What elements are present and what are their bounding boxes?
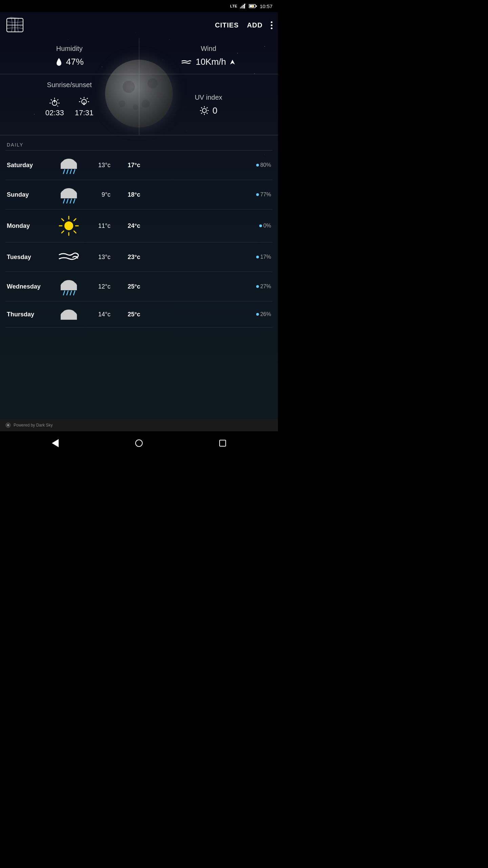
svg-line-73 <box>70 291 72 295</box>
temp-low: 11°c <box>83 222 110 230</box>
svg-line-30 <box>80 98 81 99</box>
svg-line-57 <box>74 199 75 203</box>
wind-col: Wind 10Km/h <box>139 38 278 74</box>
temp-high: 25°c <box>113 283 140 290</box>
daily-section: DAILY Saturday 13°c 17°c 80% Sunday <box>0 135 278 328</box>
temp-low: 13°c <box>83 254 110 261</box>
day-name: Monday <box>7 222 54 230</box>
svg-line-63 <box>62 219 64 221</box>
humidity-drop-icon <box>55 57 63 67</box>
powered-by-text: Powered by Dark Sky <box>14 423 53 428</box>
sunrise-icon <box>49 97 60 106</box>
precip-dot <box>256 256 259 258</box>
day-weather-icon <box>57 185 81 204</box>
temp-low: 12°c <box>83 283 110 290</box>
sunrise-time: 02:33 <box>45 108 64 117</box>
humidity-col: Humidity 47% <box>0 38 139 74</box>
precip: 0% <box>259 223 271 229</box>
dot2 <box>271 24 272 26</box>
uv-value-row: 0 <box>200 105 217 116</box>
sunrise-col: Sunrise/sunset <box>0 74 139 135</box>
svg-line-20 <box>57 99 58 100</box>
weather-background: CITIES ADD Humidity 47% Wind <box>0 12 278 419</box>
sunset-time: 17:31 <box>75 108 94 117</box>
wind-direction-icon <box>229 59 236 65</box>
status-bar: LTE ⚡ 10:57 <box>0 0 278 12</box>
wind-value: 10Km/h <box>196 57 226 67</box>
battery-icon: ⚡ <box>249 4 257 8</box>
darksky-icon <box>5 422 11 428</box>
day-row: Tuesday 13°c 23°c 17% <box>5 242 272 272</box>
precip: 26% <box>256 311 271 317</box>
temp-low: 13°c <box>83 162 110 169</box>
dot1 <box>271 21 272 23</box>
svg-line-49 <box>74 170 75 174</box>
sunrise-item: 02:33 <box>45 97 64 117</box>
humidity-wind-section: Humidity 47% Wind 10Km/h <box>0 38 278 74</box>
svg-line-39 <box>207 113 208 114</box>
svg-line-22 <box>57 106 58 106</box>
temp-high: 23°c <box>113 254 140 261</box>
wind-value-row: 10Km/h <box>181 57 236 67</box>
temp-high: 17°c <box>113 162 140 169</box>
svg-line-71 <box>63 291 65 295</box>
day-row: Sunday 9°c 18°c 77% <box>5 180 272 210</box>
day-name: Sunday <box>7 191 54 198</box>
svg-line-56 <box>70 199 72 203</box>
svg-line-40 <box>207 107 208 108</box>
svg-line-72 <box>67 291 68 295</box>
precip-dot <box>256 313 259 316</box>
add-button[interactable]: ADD <box>247 21 263 29</box>
app-header: CITIES ADD <box>0 12 278 38</box>
humidity-value: 47% <box>66 57 84 67</box>
svg-text:⚡: ⚡ <box>251 5 255 8</box>
svg-line-55 <box>67 199 68 203</box>
svg-line-38 <box>201 107 202 108</box>
svg-rect-78 <box>61 314 77 320</box>
temp-high: 18°c <box>113 191 140 198</box>
home-button[interactable] <box>135 439 143 447</box>
day-weather-icon <box>57 156 81 174</box>
sunrise-uv-section: Sunrise/sunset <box>0 74 278 135</box>
day-rows-container: Saturday 13°c 17°c 80% Sunday <box>5 151 272 328</box>
wind-label: Wind <box>201 45 216 53</box>
sunset-icon <box>78 97 90 106</box>
svg-rect-70 <box>61 285 77 290</box>
uv-sun-icon <box>200 106 209 115</box>
humidity-label: Humidity <box>56 45 83 53</box>
day-name: Tuesday <box>7 254 54 261</box>
lte-indicator: LTE <box>230 4 237 8</box>
cities-button[interactable]: CITIES <box>215 21 239 29</box>
day-name: Thursday <box>7 311 54 318</box>
time-display: 10:57 <box>260 3 272 9</box>
svg-line-64 <box>74 231 76 233</box>
precip: 80% <box>256 162 271 168</box>
more-menu-button[interactable] <box>271 21 272 29</box>
precip-dot <box>256 193 259 196</box>
day-weather-icon <box>57 277 81 296</box>
day-row: Saturday 13°c 17°c 80% <box>5 151 272 180</box>
uv-col: UV index 0 <box>139 74 278 135</box>
powered-by-footer: Powered by Dark Sky <box>0 419 278 431</box>
precip-dot <box>256 164 259 166</box>
daily-label: DAILY <box>5 139 272 151</box>
dot3 <box>271 27 272 29</box>
recents-button[interactable] <box>219 440 226 447</box>
svg-rect-45 <box>61 163 77 169</box>
day-row: Monday 11°c 24°c 0% <box>5 210 272 242</box>
back-button[interactable] <box>52 439 59 447</box>
day-name: Saturday <box>7 162 54 169</box>
temp-high: 24°c <box>113 222 140 230</box>
precip-dot <box>256 285 259 288</box>
svg-line-23 <box>51 99 52 100</box>
app-logo <box>5 16 24 35</box>
svg-rect-2 <box>243 5 244 8</box>
sun-times: 02:33 17:31 <box>45 97 94 117</box>
day-row: Thursday 14°c 25°c 26% <box>5 301 272 328</box>
signal-icon <box>240 4 246 8</box>
uv-label: UV index <box>195 94 222 101</box>
precip-dot <box>259 224 262 227</box>
temp-low: 14°c <box>83 311 110 318</box>
svg-rect-53 <box>61 193 77 198</box>
svg-marker-12 <box>230 60 235 64</box>
